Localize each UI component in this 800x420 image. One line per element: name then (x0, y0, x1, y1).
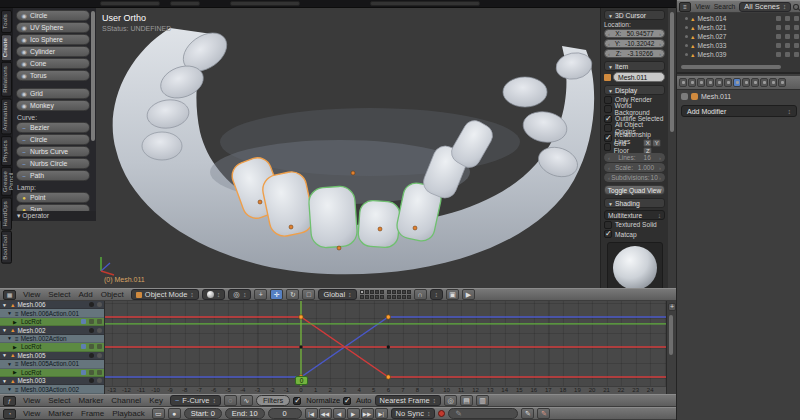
menu-channel[interactable]: Channel (107, 396, 145, 405)
insert-keyframe-icon[interactable]: ✎ (521, 408, 534, 419)
info-widget[interactable] (170, 1, 200, 6)
visibility-icon[interactable] (776, 16, 781, 21)
shelf-button-path[interactable]: ~Path (16, 170, 90, 181)
sync-dropdown[interactable]: No Sync↕ (391, 408, 436, 419)
snap-element-dropdown[interactable]: ↕ (430, 289, 444, 300)
mute-dot-icon[interactable] (89, 328, 94, 333)
paste-keyframes-icon[interactable]: ▥ (476, 395, 489, 406)
lock-chip-icon[interactable] (97, 344, 102, 349)
speaker-chip-icon[interactable] (89, 319, 94, 324)
record-button[interactable] (438, 410, 445, 417)
layer-cell[interactable] (370, 295, 374, 299)
menu-key[interactable]: Key (145, 396, 167, 405)
editor-type-outliner-icon[interactable]: ≡ (679, 2, 691, 12)
menu-marker[interactable]: Marker (74, 396, 107, 405)
expand-dot-icon[interactable] (685, 26, 688, 29)
grid-floor-checkbox[interactable] (604, 143, 611, 151)
expand-dot-icon[interactable] (685, 17, 688, 20)
layer-cell[interactable] (402, 290, 406, 294)
checkbox[interactable] (604, 221, 612, 229)
jump-start-button[interactable]: |◀ (305, 408, 318, 419)
menu-view[interactable]: View (19, 290, 44, 299)
field-lines[interactable]: ‹Lines:16› (604, 153, 665, 162)
tab-object-icon[interactable] (715, 78, 723, 87)
outliner-row-mesh.027[interactable]: ▲Mesh.027 (677, 32, 800, 41)
tooth-grouped-green[interactable] (308, 185, 358, 248)
visibility-icon[interactable] (776, 25, 781, 30)
translate-manipulator-button[interactable]: ✛ (270, 289, 283, 300)
scale-manipulator-button[interactable]: □ (302, 289, 315, 300)
menu-search[interactable]: Search (712, 3, 738, 10)
checkbox[interactable] (604, 115, 612, 123)
expand-dot-icon[interactable] (685, 53, 688, 56)
tab-texture-icon[interactable] (760, 78, 768, 87)
lock-chip-icon[interactable] (97, 370, 102, 375)
channel-row-group[interactable]: ▶LocRot (0, 318, 104, 326)
expander-icon[interactable]: ▶ (13, 369, 19, 375)
layer-cell[interactable] (375, 295, 379, 299)
info-widget[interactable] (370, 1, 480, 6)
outliner-scrollbar[interactable] (681, 65, 781, 69)
shelf-button-bezier[interactable]: ~Bezier (16, 122, 90, 133)
channel-row-object[interactable]: ▼▲Mesh.003 (0, 377, 104, 385)
layer-cell[interactable] (380, 295, 384, 299)
panel-header-shading[interactable]: ▼Shading (604, 198, 665, 208)
expand-dot-icon[interactable] (685, 35, 688, 38)
search-icon[interactable] (793, 4, 799, 10)
shelf-button-grid[interactable]: ◉Grid (16, 88, 90, 99)
menu-playback[interactable]: Playback (108, 409, 148, 418)
use-preview-range-icon[interactable]: ▭ (152, 408, 165, 419)
dental-model-mesh[interactable] (100, 22, 620, 284)
expand-dot-icon[interactable] (685, 44, 688, 47)
next-keyframe-button[interactable]: ▶▶ (361, 408, 374, 419)
menu-object[interactable]: Object (97, 290, 128, 299)
panel-plus-icon[interactable]: + (668, 303, 676, 311)
panel-header-item[interactable]: ▼Item (604, 61, 665, 71)
layer-cell[interactable] (375, 290, 379, 294)
tab-object-data-icon[interactable] (742, 78, 750, 87)
selectability-icon[interactable] (785, 34, 790, 39)
shelf-tab-relations[interactable]: Relations (1, 62, 12, 97)
expander-icon[interactable]: ▼ (7, 310, 13, 316)
lock-time-icon[interactable]: ● (168, 408, 181, 419)
cursor-x-field[interactable]: ‹X:50.94577› (604, 29, 665, 38)
renderability-icon[interactable] (794, 34, 799, 39)
tab-particles-icon[interactable] (769, 78, 777, 87)
manipulator-toggle-button[interactable]: + (254, 289, 267, 300)
layer-cell[interactable] (397, 290, 401, 294)
layer-cell[interactable] (407, 290, 411, 294)
panel-header-3d-cursor[interactable]: ▼3D Cursor (604, 10, 665, 20)
toggle-quad-view-button[interactable]: Toggle Quad View (604, 185, 665, 195)
shelf-button-circle[interactable]: ◉Circle (16, 10, 90, 21)
shelf-tab-grease-pencil[interactable]: Grease Pencil (1, 167, 12, 196)
filters-button[interactable]: Filters (256, 395, 290, 406)
channel-row-action[interactable]: ▼≡Mesh.005Action.001 (0, 360, 104, 368)
copy-keyframes-icon[interactable]: ▤ (460, 395, 473, 406)
layer-cell[interactable] (392, 290, 396, 294)
channel-row-object[interactable]: ▼▲Mesh.005 (0, 352, 104, 360)
keying-set-field[interactable]: ✎ (448, 408, 518, 419)
expander-icon[interactable]: ▼ (7, 335, 13, 341)
jump-end-button[interactable]: ▶| (375, 408, 388, 419)
show-handles-icon[interactable]: ∿ (240, 395, 253, 406)
tab-modifiers-icon[interactable] (733, 78, 741, 87)
prev-keyframe-button[interactable]: ◀◀ (319, 408, 332, 419)
channel-row-group[interactable]: ▶LocRot (0, 343, 104, 351)
matcap-preview[interactable] (607, 242, 663, 289)
decrement-arrow-icon[interactable]: ‹ (608, 155, 610, 161)
shelf-tab-physics[interactable]: Physics (1, 136, 12, 166)
modifier-chip-icon[interactable] (81, 370, 86, 375)
shelf-tab-tools[interactable]: Tools (1, 10, 12, 33)
frame-tick-strip[interactable]: -13-12-11-10-9-8-7-6-5-4-3-2-10123456789… (105, 386, 666, 394)
graph-vertical-scrollbar[interactable] (669, 315, 673, 355)
ghost-curves-icon[interactable]: ◌ (224, 395, 237, 406)
play-reverse-button[interactable]: ◀ (333, 408, 346, 419)
editor-type-3dview-icon[interactable]: ▦ (3, 290, 16, 300)
shelf-button-nurbs-circle[interactable]: ~Nurbs Circle (16, 158, 90, 169)
lock-dot-icon[interactable] (97, 328, 102, 333)
shelf-tab-create[interactable]: Create (1, 34, 12, 61)
layers-grid[interactable] (387, 290, 411, 299)
layer-cell[interactable] (392, 295, 396, 299)
molar-tooth[interactable] (503, 77, 547, 107)
expander-icon[interactable]: ▼ (7, 361, 13, 367)
